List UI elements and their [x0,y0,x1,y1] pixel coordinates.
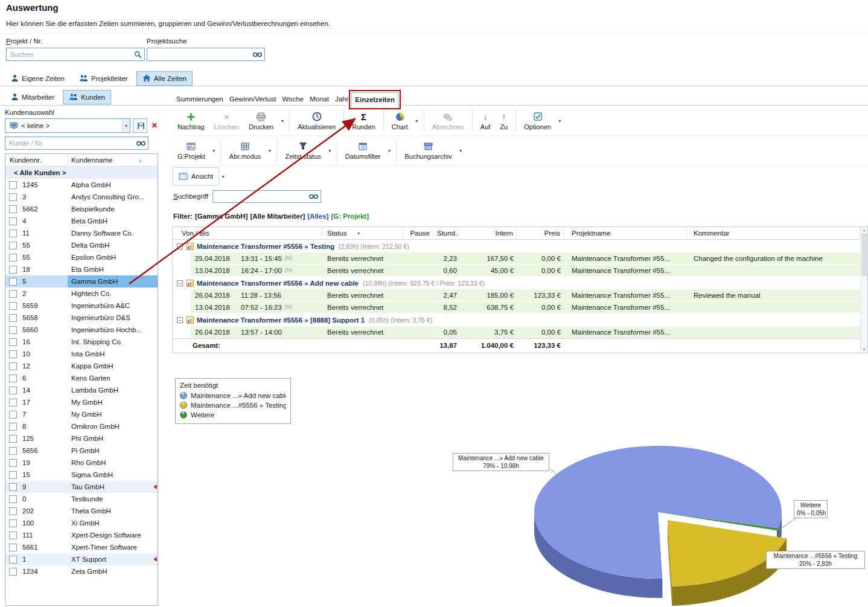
chevron-down-icon[interactable]: ▾ [556,107,564,135]
row-checkbox[interactable] [9,326,17,334]
main-tab-woche[interactable]: Woche [279,92,307,106]
aktualisieren-button[interactable]: Aktualisieren [293,107,340,135]
grid-col-intern[interactable]: Intern [459,227,517,239]
project-search-input[interactable] [150,50,251,59]
group-row[interactable]: −Maintenance Transformer #5556 » [8888] … [173,313,860,326]
row-checkbox[interactable] [9,362,17,370]
scroll-down-icon[interactable]: ▼ [863,347,866,352]
customer-row[interactable]: 5660Ingenieurbüro Hochb... [5,324,158,336]
row-checkbox[interactable] [9,205,17,213]
row-checkbox[interactable] [9,193,17,201]
gprojekt-button[interactable]: G:Projekt [173,136,210,164]
grid-col-pause[interactable]: Pause [403,227,433,239]
tab-mitarbeiter[interactable]: Mitarbeiter [5,90,60,104]
customer-row[interactable]: 11Danny Software Co. [5,227,158,239]
customer-row[interactable]: 55Delta GmbH [5,239,158,251]
time-row[interactable]: 13.04.201816:24 - 17:00(N)Bereits verrec… [173,265,860,277]
row-checkbox[interactable] [9,399,17,406]
row-checkbox[interactable] [9,302,17,310]
customer-row[interactable]: 15Sigma GmbH [5,469,158,481]
scroll-up-icon[interactable]: ▲ [863,228,866,233]
customer-row[interactable]: 10Iota GmbH [5,348,158,360]
buchungsarchiv-button[interactable]: Buchungsarchiv [400,136,456,164]
group-expander[interactable]: − [177,280,183,286]
row-checkbox[interactable] [9,254,17,262]
customer-row[interactable]: 8Omikron GmbH [5,420,158,432]
row-checkbox[interactable] [9,556,17,564]
customer-row[interactable]: 55Epsilon GmbH [5,251,158,263]
time-row[interactable]: 13.04.201807:52 - 16:23(N)Bereits verrec… [173,301,860,313]
row-checkbox[interactable] [9,532,17,539]
row-checkbox[interactable] [9,519,17,527]
abrmodus-button[interactable]: Abr.modus [225,136,266,164]
grid-col-von-bis[interactable]: Von / Bis [173,227,322,239]
row-checkbox[interactable] [9,459,17,467]
chevron-down-icon[interactable]: ▾ [385,136,393,164]
customer-row[interactable]: 14Lambda GmbH [5,384,158,396]
datumsfilter-button[interactable]: 10Datumsfilter [340,136,386,164]
row-checkbox[interactable] [9,471,17,479]
nachtrag-button[interactable]: Nachtrag [173,107,209,135]
main-tab-summierungen[interactable]: Summierungen [173,92,226,106]
status-filter-icon[interactable]: ▼ [357,231,361,236]
customer-search-input[interactable] [8,139,135,147]
customer-row[interactable]: 18Eta GmbH [5,263,158,275]
main-tab-monat[interactable]: Monat [307,92,332,106]
chevron-down-icon[interactable]: ▾ [326,136,334,164]
customer-row[interactable]: 5659Ingenieurbüro A&C [5,300,158,312]
tab-kunden[interactable]: Kunden [63,90,111,104]
row-checkbox[interactable] [9,230,17,237]
project-nr-input[interactable] [9,50,132,59]
chevron-down-icon[interactable]: ▾ [122,119,130,132]
customer-row[interactable]: 0Testkunde [5,493,158,505]
row-checkbox[interactable] [9,423,17,431]
main-tab-einzelzeiten[interactable]: Einzelzeiten [351,92,398,107]
customer-combo[interactable]: < keine > ▾ [5,118,130,133]
row-checkbox[interactable] [9,507,17,515]
ansicht-button[interactable]: Ansicht [173,167,219,185]
customer-row[interactable]: 17My GmbH [5,396,158,408]
chart-button[interactable]: Chart [387,107,413,135]
grid-scrollbar[interactable]: ▲ ▼ [860,227,867,353]
chevron-down-icon[interactable]: ▾ [266,136,273,164]
row-checkbox[interactable] [9,544,17,551]
drucken-button[interactable]: Drucken [244,107,278,135]
customer-row[interactable]: 1234Zeta GmbH [5,565,158,577]
group-expander[interactable]: − [177,243,183,249]
row-checkbox[interactable] [9,483,17,491]
search-term-input[interactable] [215,193,307,201]
customer-row[interactable]: 1XT Support [5,553,158,565]
row-checkbox[interactable] [9,374,17,382]
time-row[interactable]: 26.04.201811:28 - 13:56Bereits verrechne… [173,289,860,301]
grid-col-kommentar[interactable]: Kommentar [687,227,860,239]
row-checkbox[interactable] [9,435,17,443]
customer-row[interactable]: 5661Xpert-Timer Software [5,541,158,553]
row-checkbox[interactable] [9,568,17,576]
customer-row[interactable]: 5662Beispielkunde [5,203,158,215]
grid-col-stund[interactable]: Stund... [433,227,459,239]
customer-row-all[interactable]: < Alle Kunden > [5,167,158,179]
customer-row[interactable]: 125Phi GmbH [5,432,158,445]
customer-row[interactable]: 2Hightech Co. [5,287,158,300]
customer-row[interactable]: 16Int. Shipping Co. [5,336,158,348]
main-tab-jahr[interactable]: Jahr [332,92,351,106]
tab-eigene-zeiten[interactable]: Eigene Zeiten [5,71,71,86]
clear-button[interactable]: × [148,118,161,133]
row-checkbox[interactable] [9,217,17,225]
row-checkbox[interactable] [9,495,17,503]
chevron-down-icon[interactable]: ▾ [413,107,421,135]
row-checkbox[interactable] [9,338,17,346]
tab-projektleiter[interactable]: Projektleiter [73,71,134,86]
row-checkbox[interactable] [9,242,17,249]
customer-row[interactable]: 12Kappa GmbH [5,360,158,372]
row-checkbox[interactable] [9,447,17,455]
time-row[interactable]: 26.04.201813:57 - 14:00Bereits verrechne… [173,326,860,338]
save-button[interactable] [133,118,147,133]
customer-row[interactable]: 5656Pi GmbH [5,445,158,457]
row-checkbox[interactable] [9,266,17,274]
chevron-down-icon[interactable]: ▾ [278,107,286,135]
customer-row[interactable]: 3Andys Consulting Gro... [5,191,158,203]
group-expander[interactable]: − [177,317,183,323]
customer-row[interactable]: 5Gamma GmbH [5,275,158,287]
tab-alle-zeiten[interactable]: Alle Zeiten [136,71,193,86]
